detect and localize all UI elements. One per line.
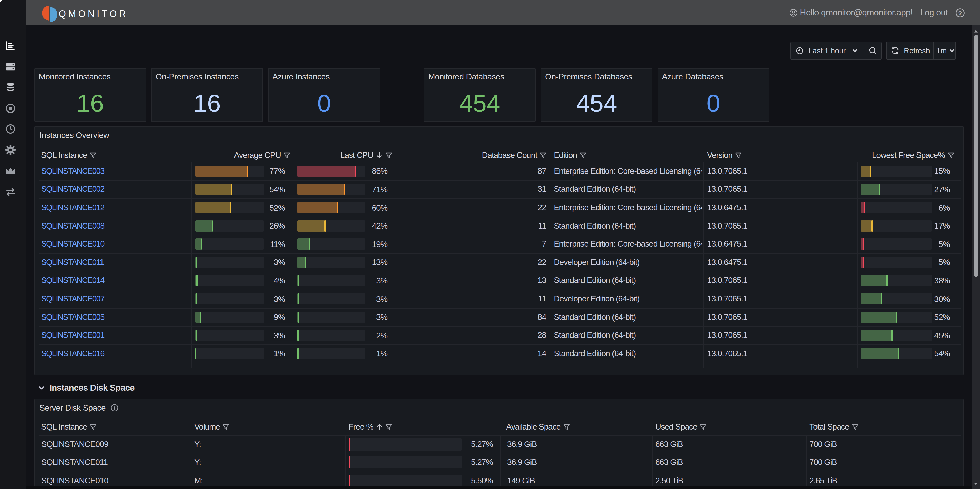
svg-text:?: ? — [958, 10, 962, 16]
